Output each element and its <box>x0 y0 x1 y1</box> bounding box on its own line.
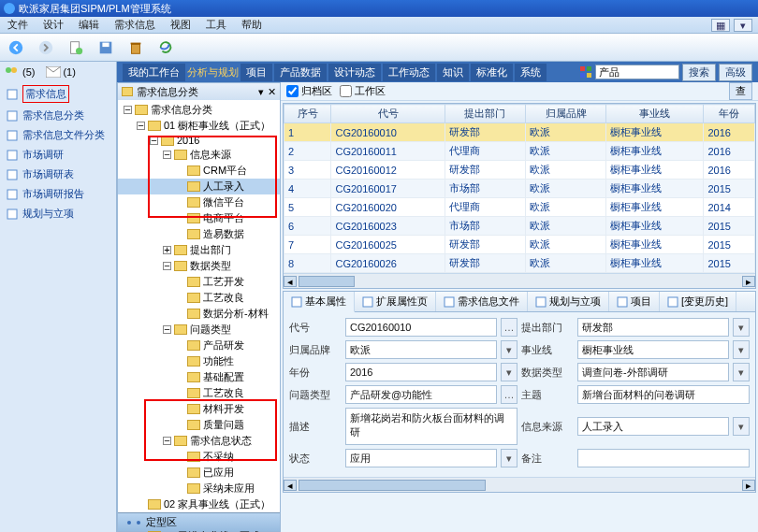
grid-header[interactable]: 序号 <box>284 105 331 123</box>
search-button[interactable]: 搜索 <box>682 64 716 81</box>
grid-header[interactable]: 归属品牌 <box>525 105 605 123</box>
picker-year[interactable]: ▾ <box>501 363 517 381</box>
query-button[interactable]: 查 <box>729 82 752 100</box>
tree-toggle-icon[interactable]: − <box>163 151 171 159</box>
tree-node[interactable]: −信息来源 <box>118 147 280 163</box>
input-src[interactable]: 人工录入 <box>577 417 729 436</box>
tree-node[interactable]: 工艺开发 <box>118 274 280 290</box>
input-subject[interactable]: 新增台面材料的问卷调研 <box>577 385 750 404</box>
tree-node[interactable]: 采纳未应用 <box>118 481 280 496</box>
tree-node[interactable]: 材料开发 <box>118 401 280 417</box>
detail-tab-2[interactable]: 需求信息文件 <box>436 292 528 311</box>
tree-node[interactable]: 质量问题 <box>118 417 280 433</box>
tree-node[interactable]: 微信平台 <box>118 194 280 210</box>
tree-node[interactable]: −01 橱柜事业线（正式） <box>118 118 280 134</box>
window-grid-icon[interactable]: ▦ <box>711 19 730 32</box>
tree-node[interactable]: 造易数据 <box>118 226 280 242</box>
sidebar-item-6[interactable]: 规划与立项 <box>0 204 116 223</box>
input-brand[interactable]: 欧派 <box>345 340 497 359</box>
sidebar-item-1[interactable]: 需求信息分类 <box>0 106 116 125</box>
menu-design[interactable]: 设计 <box>36 18 71 32</box>
menu-edit[interactable]: 编辑 <box>71 18 107 32</box>
table-row[interactable]: 3CG20160012研发部欧派橱柜事业线2016 <box>284 161 755 180</box>
grid-header[interactable]: 事业线 <box>606 105 704 123</box>
tree-dropdown-icon[interactable]: ▾ <box>258 86 264 98</box>
input-qtype[interactable]: 产品研发@功能性 <box>345 385 497 404</box>
grid-header[interactable]: 代号 <box>331 105 445 123</box>
tree-toggle-icon[interactable]: − <box>163 325 171 334</box>
tree-node[interactable]: 数据分析-材料 <box>118 306 280 322</box>
work-checkbox[interactable]: 工作区 <box>340 84 386 98</box>
tree-node[interactable]: 基础配置 <box>118 369 280 385</box>
tree-node[interactable]: 产品研发 <box>118 338 280 353</box>
tree-node[interactable]: 已应用 <box>118 465 280 481</box>
picker-dtype[interactable]: ▾ <box>733 363 750 381</box>
sidebar-item-4[interactable]: 市场调研表 <box>0 165 116 184</box>
tree-node[interactable]: 工艺改良 <box>118 290 280 306</box>
input-note[interactable] <box>577 449 750 467</box>
detail-tab-5[interactable]: [变更历史] <box>660 292 736 311</box>
sidebar-item-2[interactable]: 需求信息文件分类 <box>0 125 116 145</box>
input-year[interactable]: 2016 <box>345 363 497 381</box>
input-line[interactable]: 橱柜事业线 <box>577 340 729 359</box>
tree-node[interactable]: 不采纳 <box>118 449 280 465</box>
grid-header[interactable]: 年份 <box>704 105 755 123</box>
tree-node[interactable]: −2016 <box>118 134 280 147</box>
table-row[interactable]: 7CG20160025研发部欧派橱柜事业线2015 <box>284 236 755 254</box>
tree-toggle-icon[interactable]: − <box>137 122 145 130</box>
tree-node[interactable]: −需求信息状态 <box>118 433 280 449</box>
tab-knowledge[interactable]: 知识 <box>437 64 469 81</box>
picker-code[interactable]: … <box>501 318 517 337</box>
tree-node[interactable]: 功能性 <box>118 353 280 369</box>
tree-toggle-icon[interactable]: − <box>150 137 158 145</box>
tree-node[interactable]: CRM平台 <box>118 163 280 179</box>
menu-view[interactable]: 视图 <box>163 18 198 32</box>
picker-brand[interactable]: ▾ <box>501 340 517 359</box>
tab-work[interactable]: 工作动态 <box>383 64 435 81</box>
tree-root[interactable]: −需求信息分类 <box>118 102 280 118</box>
tree-toggle-icon[interactable]: − <box>163 262 171 270</box>
users-icon[interactable]: (5) <box>4 65 35 79</box>
tree-footer[interactable]: 定型区 <box>118 512 280 531</box>
mail-icon[interactable]: (1) <box>46 66 75 78</box>
menu-req[interactable]: 需求信息 <box>107 18 163 32</box>
tree-node[interactable]: −数据类型 <box>118 258 280 274</box>
menu-help[interactable]: 帮助 <box>234 18 270 32</box>
input-desc[interactable]: 新增花岗岩和防火板台面材料的调研 <box>345 408 517 445</box>
back-button[interactable] <box>6 37 26 58</box>
picker-line[interactable]: ▾ <box>733 340 750 359</box>
input-dept[interactable]: 研发部 <box>577 318 729 337</box>
tab-workspace[interactable]: 我的工作台 <box>123 64 185 81</box>
picker-src[interactable]: ▾ <box>733 417 750 436</box>
tab-design[interactable]: 设计动态 <box>328 64 381 81</box>
save-button[interactable] <box>95 37 116 58</box>
table-row[interactable]: 1CG20160010研发部欧派橱柜事业线2016 <box>284 123 755 142</box>
picker-dept[interactable]: ▾ <box>733 318 750 337</box>
tab-system[interactable]: 系统 <box>515 64 547 81</box>
archive-checkbox[interactable]: 归档区 <box>286 84 332 98</box>
tree-node[interactable]: 工艺改良 <box>118 385 280 401</box>
input-status[interactable]: 应用 <box>345 449 497 467</box>
refresh-button[interactable] <box>155 37 176 58</box>
tree-node[interactable]: 人工录入 <box>118 179 280 194</box>
detail-tab-4[interactable]: 项目 <box>609 292 660 311</box>
tab-project[interactable]: 项目 <box>241 64 272 81</box>
tab-product[interactable]: 产品数据 <box>274 64 327 81</box>
sidebar-item-0[interactable]: 需求信息 <box>0 82 116 106</box>
input-dtype[interactable]: 调查问卷-外部调研 <box>577 363 729 381</box>
picker-qtype[interactable]: … <box>501 385 517 404</box>
table-row[interactable]: 2CG20160011代理商欧派橱柜事业线2016 <box>284 142 755 161</box>
grid-scrollbar[interactable]: ◂▸ <box>284 273 755 288</box>
table-row[interactable]: 8CG20160026研发部欧派橱柜事业线2015 <box>284 254 755 273</box>
table-row[interactable]: 5CG20160020代理商欧派橱柜事业线2014 <box>284 198 755 217</box>
table-row[interactable]: 4CG20160017市场部欧派橱柜事业线2015 <box>284 180 755 198</box>
tree-toggle-icon[interactable]: − <box>163 437 171 445</box>
tab-standard[interactable]: 标准化 <box>471 64 513 81</box>
table-row[interactable]: 6CG20160023市场部欧派橱柜事业线2015 <box>284 217 755 236</box>
detail-scrollbar[interactable]: ◂▸ <box>284 477 755 492</box>
tree-node[interactable]: 电商平台 <box>118 210 280 226</box>
tree-node[interactable]: +提出部门 <box>118 242 280 258</box>
sidebar-item-3[interactable]: 市场调研 <box>0 145 116 165</box>
detail-tab-0[interactable]: 基本属性 <box>284 292 355 312</box>
new-doc-button[interactable] <box>66 37 86 58</box>
